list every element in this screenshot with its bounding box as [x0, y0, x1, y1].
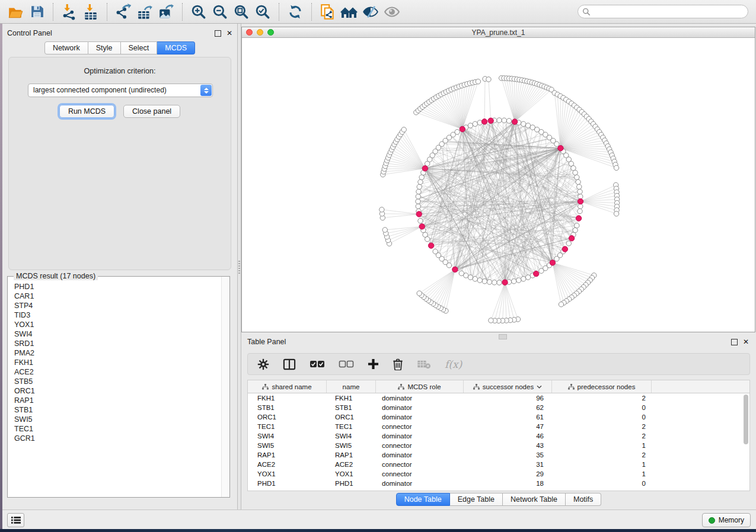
- node-table-body[interactable]: FKH1FKH1dominator962STB1STB1dominator620…: [248, 393, 749, 488]
- search-field[interactable]: [578, 5, 748, 18]
- result-scrollbar[interactable]: [221, 277, 229, 497]
- search-input[interactable]: [593, 6, 748, 18]
- add-column-icon[interactable]: [368, 357, 379, 371]
- optimization-criterion-select[interactable]: largest connected component (undirected): [28, 84, 213, 97]
- run-mcds-button[interactable]: Run MCDS: [59, 105, 114, 118]
- task-history-button[interactable]: [7, 513, 24, 527]
- mcds-result-item[interactable]: TEC1: [14, 424, 221, 434]
- table-row[interactable]: RAP1RAP1dominator352: [248, 450, 749, 460]
- mcds-result-list[interactable]: PHD1CAR1STP4TID3YOX1SWI4SRD1PMA2FKH1ACE2…: [8, 278, 221, 496]
- mcds-result-item[interactable]: FKH1: [14, 358, 221, 367]
- mcds-result-item[interactable]: SWI4: [14, 329, 221, 339]
- toolbar-separator: [53, 3, 53, 21]
- table-row[interactable]: TEC1TEC1connector472: [248, 422, 749, 431]
- table-scrollbar-thumb[interactable]: [744, 395, 748, 444]
- show-graphics-details-icon[interactable]: [383, 3, 401, 21]
- table-tab-network-table[interactable]: Network Table: [503, 493, 566, 506]
- tab-style[interactable]: Style: [88, 41, 121, 55]
- column-header-name[interactable]: name: [327, 380, 376, 393]
- table-cell: connector: [376, 469, 464, 479]
- mcds-result-item[interactable]: STP4: [14, 301, 221, 310]
- mcds-result-item[interactable]: GCR1: [14, 434, 221, 443]
- table-cell: connector: [376, 441, 464, 450]
- close-panel-button[interactable]: Close panel: [123, 105, 180, 118]
- table-row[interactable]: STB1STB1dominator620: [248, 403, 749, 412]
- export-network-icon[interactable]: [114, 3, 132, 21]
- mcds-result-item[interactable]: ACE2: [14, 367, 221, 377]
- zoom-fit-icon[interactable]: [232, 3, 250, 21]
- float-panel-icon[interactable]: [215, 30, 221, 37]
- table-cell: ORC1: [248, 412, 327, 422]
- node-table[interactable]: shared namenameMCDS rolesuccessor nodesp…: [247, 380, 750, 491]
- close-panel-icon[interactable]: ✕: [227, 30, 232, 36]
- table-cell: connector: [376, 460, 464, 469]
- refresh-layout-icon[interactable]: [286, 3, 304, 21]
- table-cell: 2: [552, 450, 652, 460]
- table-row[interactable]: ACE2ACE2connector311: [248, 460, 749, 469]
- table-settings-gear-icon[interactable]: [257, 357, 269, 371]
- import-table-icon[interactable]: [82, 3, 100, 21]
- network-window-titlebar[interactable]: YPA_prune.txt_1: [242, 27, 755, 38]
- table-row[interactable]: ORC1ORC1dominator610: [248, 412, 749, 422]
- table-scrollbar[interactable]: [742, 393, 749, 490]
- hide-annotations-icon[interactable]: [362, 3, 379, 21]
- network-graph[interactable]: [242, 37, 755, 332]
- mcds-result-item[interactable]: RAP1: [14, 396, 221, 405]
- export-table-icon[interactable]: [136, 3, 154, 21]
- delete-column-icon[interactable]: [393, 357, 403, 371]
- import-network-icon[interactable]: [60, 3, 78, 21]
- column-header-shared-name[interactable]: shared name: [248, 380, 327, 393]
- tab-mcds[interactable]: MCDS: [157, 41, 195, 55]
- optimization-criterion-label: Optimization criterion:: [9, 67, 231, 75]
- mcds-result-item[interactable]: YOX1: [14, 320, 221, 329]
- table-tab-edge-table[interactable]: Edge Table: [450, 493, 503, 506]
- zoom-out-icon[interactable]: [211, 3, 229, 21]
- column-header-MCDS-role[interactable]: MCDS role: [376, 380, 464, 393]
- zoom-in-icon[interactable]: [190, 3, 208, 21]
- mcds-result-item[interactable]: STB5: [14, 377, 221, 386]
- clone-network-icon[interactable]: [319, 3, 337, 21]
- ndex-icon[interactable]: [340, 3, 358, 21]
- panel-splitter[interactable]: [237, 24, 241, 509]
- mcds-result-item[interactable]: TID3: [14, 310, 221, 320]
- mcds-result-item[interactable]: PMA2: [14, 348, 221, 358]
- select-all-icon[interactable]: [310, 357, 325, 371]
- select-stepper-icon[interactable]: [200, 85, 212, 96]
- network-canvas[interactable]: [242, 37, 755, 332]
- table-row[interactable]: SWI4SWI4dominator462: [248, 431, 749, 441]
- mcds-result-item[interactable]: ORC1: [14, 386, 221, 396]
- column-header-successor-nodes[interactable]: successor nodes: [464, 380, 552, 393]
- zoom-selected-icon[interactable]: [254, 3, 272, 21]
- column-header-label: predecessor nodes: [578, 383, 636, 390]
- column-header-label: name: [343, 383, 360, 390]
- table-tab-node-table[interactable]: Node Table: [396, 493, 450, 506]
- table-cell-filler: [652, 422, 749, 431]
- splitter-grip[interactable]: [238, 261, 240, 274]
- node-table-header[interactable]: shared namenameMCDS rolesuccessor nodesp…: [248, 380, 749, 393]
- mcds-result-item[interactable]: STB1: [14, 405, 221, 415]
- column-header-predecessor-nodes[interactable]: predecessor nodes: [552, 380, 652, 393]
- mcds-result-box: MCDS result (17 nodes) PHD1CAR1STP4TID3Y…: [7, 276, 230, 498]
- tab-network[interactable]: Network: [44, 41, 88, 55]
- mcds-result-item[interactable]: SRD1: [14, 339, 221, 348]
- memory-button[interactable]: Memory: [702, 513, 751, 527]
- table-cell: YOX1: [327, 469, 376, 479]
- open-file-icon[interactable]: [7, 3, 24, 21]
- mcds-result-item[interactable]: CAR1: [14, 291, 221, 301]
- deselect-all-icon[interactable]: [339, 357, 354, 371]
- table-row[interactable]: PHD1PHD1dominator180: [248, 479, 749, 488]
- table-row[interactable]: SWI5SWI5connector431: [248, 441, 749, 450]
- table-row[interactable]: FKH1FKH1dominator962: [248, 393, 749, 403]
- mcds-result-item[interactable]: SWI5: [14, 415, 221, 424]
- table-tab-motifs[interactable]: Motifs: [566, 493, 601, 506]
- table-row[interactable]: YOX1YOX1connector291: [248, 469, 749, 479]
- float-table-panel-icon[interactable]: [731, 339, 738, 345]
- table-toolbar: f(x): [247, 353, 750, 375]
- close-table-panel-icon[interactable]: ✕: [743, 339, 749, 345]
- mcds-result-item[interactable]: PHD1: [14, 282, 221, 291]
- export-image-icon[interactable]: [157, 3, 175, 21]
- show-columns-icon[interactable]: [283, 357, 296, 371]
- save-session-icon[interactable]: [28, 3, 46, 21]
- table-cell-filler: [652, 393, 749, 403]
- tab-select[interactable]: Select: [121, 41, 158, 55]
